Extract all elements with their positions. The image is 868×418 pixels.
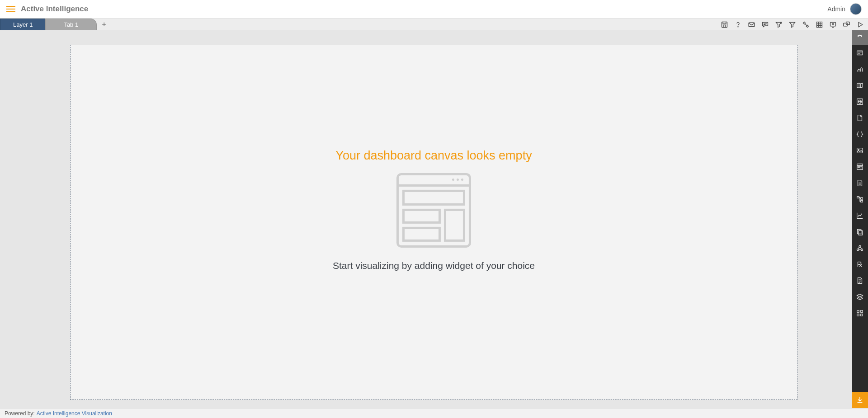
tabs: Layer 1 Tab 1 + [0,19,111,30]
tab-tab-1[interactable]: Tab 1 [45,19,97,30]
svg-point-6 [832,23,833,24]
page-icon[interactable] [852,110,868,126]
grid-icon[interactable] [815,20,824,29]
chart-icon[interactable] [852,61,868,77]
components-icon[interactable] [852,305,868,321]
copy-icon[interactable] [852,224,868,240]
empty-state-subtitle: Start visualizing by adding widget of yo… [333,260,535,271]
svg-rect-27 [861,201,863,202]
file-icon[interactable] [852,175,868,191]
map-icon[interactable] [852,77,868,94]
save-icon[interactable] [720,20,729,29]
svg-rect-17 [445,210,464,240]
svg-rect-4 [816,22,822,27]
svg-rect-0 [722,22,727,27]
comment-icon[interactable] [760,20,769,29]
empty-state: Your dashboard canvas looks empty Start … [333,149,535,271]
layers-icon[interactable] [852,289,868,305]
widget-palette [852,30,868,408]
svg-rect-16 [404,228,440,240]
clear-filter-icon[interactable] [774,20,783,29]
app-header: Active Intelligence Admin [0,0,868,18]
help-icon[interactable] [733,20,742,29]
svg-point-11 [452,178,454,181]
svg-rect-3 [749,23,755,27]
svg-rect-24 [858,166,860,168]
image-icon[interactable] [852,142,868,159]
svg-point-12 [457,178,459,181]
braces-icon[interactable] [852,126,868,142]
mail-icon[interactable] [747,20,756,29]
svg-rect-21 [857,148,863,153]
tree-icon[interactable] [852,191,868,207]
footer-prefix: Powered by: [5,410,35,417]
svg-rect-14 [404,191,464,204]
tab-label: Tab 1 [64,21,78,28]
toolbar [720,19,868,30]
svg-rect-35 [857,314,859,316]
dashboard-canvas[interactable]: Your dashboard canvas looks empty Start … [70,45,797,400]
svg-rect-29 [859,230,862,235]
presentation-icon[interactable] [828,20,837,29]
menu-hamburger-icon[interactable] [6,6,15,12]
footer-link[interactable]: Active Intelligence Visualization [37,410,112,417]
dashboard-placeholder-icon [396,172,472,250]
doc-icon[interactable] [852,272,868,289]
svg-rect-28 [858,230,861,234]
user-name[interactable]: Admin [827,5,845,13]
rx-icon[interactable] [852,256,868,272]
add-tab-button[interactable]: + [97,19,111,30]
svg-rect-26 [861,197,863,199]
screens-icon[interactable] [842,20,851,29]
svg-rect-5 [830,22,835,26]
cluster-icon[interactable] [852,240,868,256]
svg-point-31 [857,249,859,251]
svg-rect-36 [861,314,863,316]
svg-point-2 [737,26,738,27]
tools-icon[interactable] [801,20,810,29]
svg-rect-1 [723,25,725,27]
avatar[interactable] [850,3,862,15]
svg-rect-33 [857,310,859,313]
svg-point-13 [461,178,463,181]
tab-label: Layer 1 [13,21,33,28]
subheader: Layer 1 Tab 1 + [0,18,868,30]
empty-state-title: Your dashboard canvas looks empty [333,149,535,163]
svg-rect-34 [861,310,863,313]
tab-layer-1[interactable]: Layer 1 [0,19,46,30]
svg-point-22 [858,149,859,150]
svg-rect-18 [857,51,863,55]
trend-icon[interactable] [852,207,868,224]
play-icon[interactable] [855,20,864,29]
svg-rect-15 [404,210,440,222]
globe-widget-icon[interactable] [852,94,868,110]
download-button[interactable] [852,392,868,408]
card-icon[interactable] [852,45,868,61]
filter-icon[interactable] [788,20,797,29]
footer: Powered by: Active Intelligence Visualiz… [0,408,868,418]
form-icon[interactable] [852,159,868,175]
svg-point-32 [861,249,863,251]
app-title: Active Intelligence [21,5,88,14]
workspace: Your dashboard canvas looks empty Start … [0,30,852,408]
palette-collapse-button[interactable] [852,30,868,45]
svg-rect-25 [857,197,859,198]
